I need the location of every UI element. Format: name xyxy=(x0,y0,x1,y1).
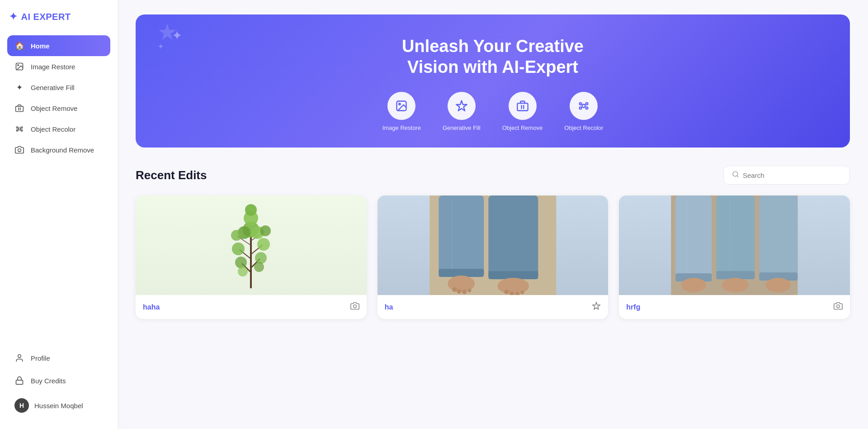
sidebar-item-generative-fill[interactable]: ✦ Generative Fill xyxy=(7,77,110,98)
sidebar-item-background-remove[interactable]: Background Remove xyxy=(7,139,110,160)
sidebar-item-object-recolor[interactable]: Object Recolor xyxy=(7,119,110,139)
hero-object-recolor-icon xyxy=(570,92,598,120)
recent-edits-section: Recent Edits xyxy=(136,166,850,319)
hero-banner: ✦ ✦ Unleash Your Creative Vision with AI… xyxy=(136,14,850,148)
sidebar-item-image-restore[interactable]: Image Restore xyxy=(7,56,110,77)
avatar: H xyxy=(14,398,29,413)
svg-point-6 xyxy=(16,127,18,128)
svg-point-54 xyxy=(452,287,457,292)
image-restore-icon xyxy=(14,62,24,72)
card-image xyxy=(136,195,367,295)
svg-point-7 xyxy=(21,127,22,128)
hero-tool-object-remove[interactable]: Object Remove xyxy=(502,92,543,131)
svg-point-35 xyxy=(231,230,242,241)
svg-rect-47 xyxy=(439,195,484,277)
svg-rect-63 xyxy=(676,195,712,281)
home-icon: 🏠 xyxy=(14,41,24,51)
user-profile-item[interactable]: H Hussein Moqbel xyxy=(7,393,110,418)
main-nav: 🏠 Home Image Restore ✦ Generative Fill O… xyxy=(7,35,110,160)
card-ha[interactable]: ha xyxy=(377,195,609,319)
card-image xyxy=(377,195,609,295)
svg-point-39 xyxy=(235,257,247,268)
svg-rect-48 xyxy=(488,195,538,279)
card-image xyxy=(619,195,850,295)
sparkle-icon-2: ✦ xyxy=(157,42,164,52)
generative-fill-icon: ✦ xyxy=(14,82,24,92)
svg-point-9 xyxy=(21,130,22,131)
svg-point-53 xyxy=(497,278,529,294)
section-header: Recent Edits xyxy=(136,166,850,185)
card-footer: hrfg xyxy=(619,295,850,319)
app-logo[interactable]: ✦ AI EXPERT xyxy=(7,11,110,23)
logo-icon: ✦ xyxy=(9,11,18,23)
svg-line-24 xyxy=(737,176,738,177)
hero-object-remove-icon xyxy=(509,92,537,120)
svg-point-72 xyxy=(722,278,749,292)
svg-point-20 xyxy=(586,103,588,105)
card-hrfg[interactable]: hrfg xyxy=(619,195,850,319)
svg-point-36 xyxy=(260,225,271,236)
svg-point-74 xyxy=(837,305,840,308)
card-footer: ha xyxy=(377,295,609,319)
svg-point-73 xyxy=(766,278,791,292)
main-content: ✦ ✦ Unleash Your Creative Vision with AI… xyxy=(118,0,868,429)
search-box[interactable] xyxy=(723,166,850,185)
svg-point-18 xyxy=(582,105,585,108)
sparkle-icon[interactable] xyxy=(592,301,601,313)
svg-point-45 xyxy=(353,305,356,308)
svg-point-1 xyxy=(18,65,19,66)
buy-credits-icon xyxy=(14,376,24,386)
search-input[interactable] xyxy=(743,172,841,179)
svg-rect-65 xyxy=(760,195,798,281)
hero-tool-label: Object Remove xyxy=(502,124,543,131)
profile-icon xyxy=(14,353,24,363)
svg-point-10 xyxy=(18,149,21,152)
hero-tool-label: Object Recolor xyxy=(564,124,603,131)
svg-point-42 xyxy=(254,262,264,272)
card-title: ha xyxy=(385,303,393,311)
sidebar-item-object-remove[interactable]: Object Remove xyxy=(7,98,110,119)
svg-point-37 xyxy=(232,243,245,255)
svg-rect-12 xyxy=(16,380,23,384)
sidebar-item-label: Profile xyxy=(31,354,50,362)
svg-point-22 xyxy=(586,107,588,110)
object-remove-icon xyxy=(14,103,24,113)
svg-point-57 xyxy=(467,289,471,292)
svg-point-61 xyxy=(520,291,524,294)
svg-point-71 xyxy=(681,278,707,292)
sidebar-item-label: Home xyxy=(31,42,50,50)
sidebar-item-profile[interactable]: Profile xyxy=(7,348,110,368)
svg-point-8 xyxy=(16,130,18,131)
sidebar-item-label: Buy Credits xyxy=(31,377,66,385)
svg-point-38 xyxy=(257,238,270,251)
hero-tool-generative-fill[interactable]: Generative Fill xyxy=(443,92,481,131)
sidebar-bottom: Profile Buy Credits H Hussein Moqbel xyxy=(7,348,110,418)
hero-tools: Image Restore Generative Fill Object Rem… xyxy=(154,92,832,131)
hero-image-restore-icon xyxy=(387,92,415,120)
sidebar-item-home[interactable]: 🏠 Home xyxy=(7,35,110,56)
svg-rect-15 xyxy=(517,103,528,110)
svg-point-56 xyxy=(462,290,467,294)
card-footer: haha xyxy=(136,295,367,319)
sidebar-item-label: Generative Fill xyxy=(31,84,75,91)
svg-point-14 xyxy=(399,103,401,105)
card-title: haha xyxy=(143,303,160,311)
hero-tool-image-restore[interactable]: Image Restore xyxy=(382,92,421,131)
sidebar-item-label: Background Remove xyxy=(31,146,94,154)
sparkle-icon-1: ✦ xyxy=(172,28,182,43)
svg-point-21 xyxy=(580,107,582,110)
svg-point-19 xyxy=(580,103,582,105)
hero-tool-object-recolor[interactable]: Object Recolor xyxy=(564,92,603,131)
hero-tool-label: Image Restore xyxy=(382,124,421,131)
camera-icon[interactable] xyxy=(350,301,359,313)
svg-rect-64 xyxy=(717,195,755,279)
hero-generative-fill-icon xyxy=(448,92,476,120)
camera-icon[interactable] xyxy=(834,301,843,313)
background-remove-icon xyxy=(14,145,24,155)
sidebar-item-label: Image Restore xyxy=(31,63,75,71)
svg-point-5 xyxy=(19,128,21,130)
object-recolor-icon xyxy=(14,124,24,134)
app-name: AI EXPERT xyxy=(21,12,71,22)
sidebar-item-buy-credits[interactable]: Buy Credits xyxy=(7,370,110,391)
card-haha[interactable]: haha xyxy=(136,195,367,319)
